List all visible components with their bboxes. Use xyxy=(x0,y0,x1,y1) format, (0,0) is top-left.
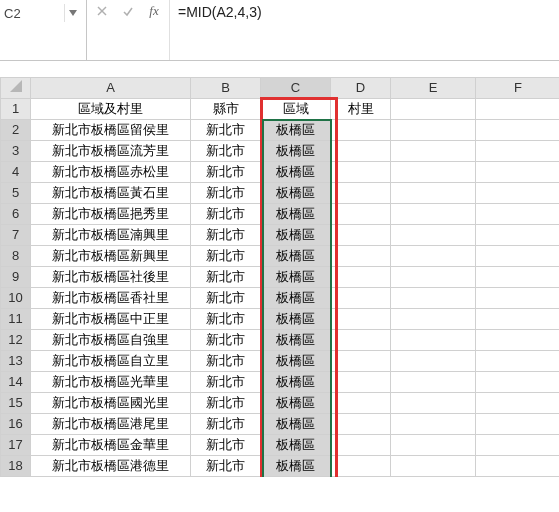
row-header[interactable]: 5 xyxy=(1,183,31,204)
col-header-B[interactable]: B xyxy=(191,78,261,99)
cell[interactable]: 板橋區 xyxy=(261,309,331,330)
cell[interactable] xyxy=(331,435,391,456)
cell[interactable] xyxy=(331,162,391,183)
cell[interactable]: 板橋區 xyxy=(261,141,331,162)
cell[interactable] xyxy=(331,393,391,414)
cell[interactable]: 板橋區 xyxy=(261,456,331,477)
cell[interactable]: 板橋區 xyxy=(261,225,331,246)
cell[interactable]: 新北市 xyxy=(191,225,261,246)
cell[interactable] xyxy=(476,330,560,351)
cell[interactable] xyxy=(476,99,560,120)
cell[interactable] xyxy=(391,456,476,477)
cell[interactable] xyxy=(331,120,391,141)
select-all-corner[interactable] xyxy=(1,78,31,99)
cell[interactable] xyxy=(476,267,560,288)
name-box-dropdown[interactable] xyxy=(64,4,81,22)
fx-icon[interactable]: fx xyxy=(147,4,161,18)
cell[interactable]: 板橋區 xyxy=(261,435,331,456)
row-header[interactable]: 16 xyxy=(1,414,31,435)
cell[interactable] xyxy=(476,204,560,225)
cell[interactable]: 板橋區 xyxy=(261,414,331,435)
cell[interactable] xyxy=(331,330,391,351)
cell[interactable] xyxy=(331,141,391,162)
cell[interactable] xyxy=(476,225,560,246)
cell[interactable]: 新北市板橋區留侯里 xyxy=(31,120,191,141)
cell[interactable]: 板橋區 xyxy=(261,288,331,309)
cell[interactable]: 板橋區 xyxy=(261,267,331,288)
cell[interactable] xyxy=(331,372,391,393)
cell[interactable]: 區域及村里 xyxy=(31,99,191,120)
cell[interactable]: 新北市 xyxy=(191,120,261,141)
cell[interactable]: 新北市 xyxy=(191,141,261,162)
cell[interactable]: 新北市板橋區港尾里 xyxy=(31,414,191,435)
cell[interactable]: 新北市 xyxy=(191,351,261,372)
cell[interactable] xyxy=(331,246,391,267)
cell[interactable]: 新北市 xyxy=(191,372,261,393)
cell[interactable] xyxy=(476,435,560,456)
cell[interactable]: 新北市 xyxy=(191,435,261,456)
row-header[interactable]: 18 xyxy=(1,456,31,477)
cell[interactable]: 新北市板橋區新興里 xyxy=(31,246,191,267)
cell[interactable]: 新北市板橋區港德里 xyxy=(31,456,191,477)
cell[interactable] xyxy=(391,414,476,435)
cell[interactable]: 新北市 xyxy=(191,183,261,204)
cell[interactable]: 新北市板橋區社後里 xyxy=(31,267,191,288)
cell[interactable]: 新北市板橋區國光里 xyxy=(31,393,191,414)
cell[interactable] xyxy=(391,246,476,267)
col-header-A[interactable]: A xyxy=(31,78,191,99)
cell[interactable]: 新北市 xyxy=(191,204,261,225)
cell[interactable] xyxy=(391,309,476,330)
row-header[interactable]: 4 xyxy=(1,162,31,183)
cell[interactable] xyxy=(331,225,391,246)
cell[interactable] xyxy=(476,183,560,204)
row-header[interactable]: 14 xyxy=(1,372,31,393)
cell[interactable] xyxy=(331,456,391,477)
cell[interactable] xyxy=(476,372,560,393)
cell[interactable]: 板橋區 xyxy=(261,204,331,225)
cell[interactable] xyxy=(391,225,476,246)
cell[interactable] xyxy=(391,267,476,288)
cell[interactable]: 板橋區 xyxy=(261,120,331,141)
cell[interactable] xyxy=(476,456,560,477)
cell[interactable] xyxy=(331,204,391,225)
cell[interactable]: 村里 xyxy=(331,99,391,120)
cell[interactable] xyxy=(391,393,476,414)
row-header[interactable]: 9 xyxy=(1,267,31,288)
cell[interactable]: 新北市板橋區自強里 xyxy=(31,330,191,351)
row-header[interactable]: 8 xyxy=(1,246,31,267)
cell[interactable] xyxy=(391,288,476,309)
row-header[interactable]: 17 xyxy=(1,435,31,456)
cell[interactable] xyxy=(331,309,391,330)
cell[interactable] xyxy=(391,351,476,372)
cell[interactable]: 板橋區 xyxy=(261,351,331,372)
cell[interactable] xyxy=(331,183,391,204)
cell[interactable] xyxy=(331,414,391,435)
formula-input[interactable]: =MID(A2,4,3) xyxy=(170,0,559,60)
cell[interactable]: 新北市 xyxy=(191,456,261,477)
col-header-E[interactable]: E xyxy=(391,78,476,99)
row-header[interactable]: 2 xyxy=(1,120,31,141)
cell[interactable] xyxy=(476,162,560,183)
name-box-input[interactable] xyxy=(0,4,64,23)
cell[interactable]: 新北市板橋區金華里 xyxy=(31,435,191,456)
col-header-F[interactable]: F xyxy=(476,78,560,99)
row-header[interactable]: 15 xyxy=(1,393,31,414)
cell[interactable] xyxy=(476,309,560,330)
col-header-C[interactable]: C xyxy=(261,78,331,99)
cell[interactable] xyxy=(476,246,560,267)
row-header[interactable]: 12 xyxy=(1,330,31,351)
cell[interactable] xyxy=(476,141,560,162)
cancel-icon[interactable] xyxy=(95,4,109,18)
cell[interactable] xyxy=(391,162,476,183)
cell[interactable] xyxy=(476,414,560,435)
col-header-D[interactable]: D xyxy=(331,78,391,99)
cell[interactable] xyxy=(391,183,476,204)
cell[interactable]: 新北市板橋區赤松里 xyxy=(31,162,191,183)
cell[interactable]: 板橋區 xyxy=(261,372,331,393)
cell[interactable]: 新北市 xyxy=(191,393,261,414)
cell[interactable]: 新北市 xyxy=(191,246,261,267)
row-header[interactable]: 1 xyxy=(1,99,31,120)
cell[interactable] xyxy=(391,204,476,225)
enter-icon[interactable] xyxy=(121,4,135,18)
cell[interactable]: 板橋區 xyxy=(261,330,331,351)
